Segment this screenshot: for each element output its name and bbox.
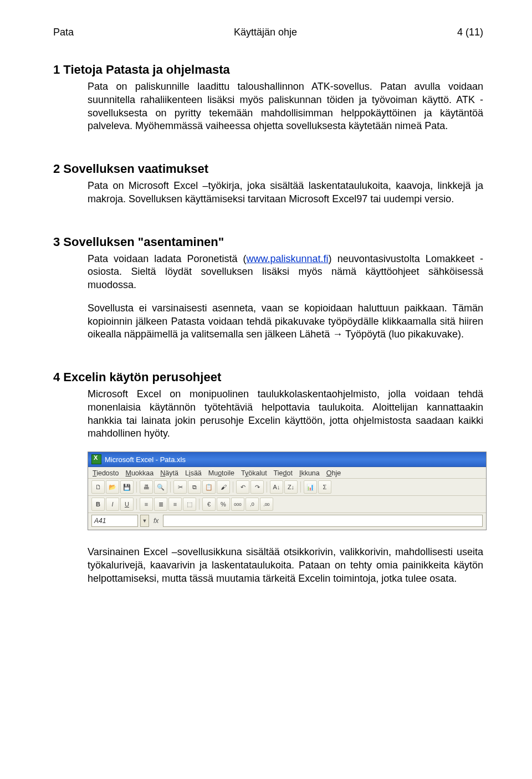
cut-icon[interactable]: ✂ xyxy=(173,480,187,494)
paste-icon[interactable]: 📋 xyxy=(202,480,216,494)
toolbar-separator xyxy=(300,481,301,493)
excel-formula-bar: A41 ▼ fx xyxy=(88,513,486,530)
header-left: Pata xyxy=(53,27,74,38)
section-3-body: Pata voidaan ladata Poronetistä (www.pal… xyxy=(88,253,483,342)
excel-titlebar: Microsoft Excel - Pata.xls xyxy=(88,452,486,467)
menu-edit[interactable]: Muokkaa xyxy=(125,469,154,477)
sort-asc-icon[interactable]: A↓ xyxy=(270,480,283,494)
formula-input[interactable] xyxy=(163,515,483,527)
align-left-icon[interactable]: ≡ xyxy=(140,498,153,511)
section-4-para-2: Varsinainen Excel –sovellusikkuna sisält… xyxy=(88,546,483,584)
menu-file[interactable]: Tiedosto xyxy=(93,469,119,477)
section-3-para-1: Pata voidaan ladata Poronetistä (www.pal… xyxy=(88,253,483,292)
fx-icon[interactable]: fx xyxy=(151,517,161,525)
section-4-body-after-image: Varsinainen Excel –sovellusikkuna sisält… xyxy=(88,546,483,585)
copy-icon[interactable]: ⧉ xyxy=(188,480,201,494)
name-box[interactable]: A41 xyxy=(91,515,138,527)
autosum-icon[interactable]: Σ xyxy=(318,480,331,494)
toolbar-separator xyxy=(233,481,233,493)
section-2-para-1: Pata on Microsoft Excel –työkirja, joka … xyxy=(88,180,483,204)
menu-view[interactable]: Näytä xyxy=(160,469,178,477)
section-2-body: Pata on Microsoft Excel –työkirja, joka … xyxy=(88,180,483,206)
underline-icon[interactable]: U xyxy=(120,498,134,511)
section-4-para-1: Microsoft Excel on monipuolinen taulukko… xyxy=(88,388,483,439)
save-icon[interactable]: 💾 xyxy=(120,480,134,494)
sort-desc-icon[interactable]: Z↓ xyxy=(284,480,298,494)
increase-decimal-icon[interactable]: ,0 xyxy=(245,498,259,511)
toolbar-separator xyxy=(136,481,137,493)
undo-icon[interactable]: ↶ xyxy=(236,480,249,494)
menu-help[interactable]: Ohje xyxy=(326,469,341,477)
toolbar-separator xyxy=(267,481,267,493)
excel-app-icon xyxy=(91,454,101,464)
menu-insert[interactable]: Lisää xyxy=(185,469,202,477)
section-1-heading: 1 Tietoja Patasta ja ohjelmasta xyxy=(53,63,483,77)
section-4-body-before-image: Microsoft Excel on monipuolinen taulukko… xyxy=(88,388,483,440)
section-3-para-2: Sovellusta ei varsinaisesti asenneta, va… xyxy=(88,302,483,341)
section-3-heading: 3 Sovelluksen "asentaminen" xyxy=(53,235,483,249)
toolbar-separator xyxy=(170,481,171,493)
menu-format[interactable]: Muotoile xyxy=(208,469,234,477)
page-header: Pata Käyttäjän ohje 4 (11) xyxy=(53,27,483,38)
header-right: 4 (11) xyxy=(457,27,483,38)
currency-icon[interactable]: € xyxy=(202,498,216,511)
section-1-para-1: Pata on paliskunnille laadittu taloushal… xyxy=(88,81,483,131)
chart-icon[interactable]: 📊 xyxy=(304,480,317,494)
align-center-icon[interactable]: ≣ xyxy=(154,498,167,511)
excel-screenshot: Microsoft Excel - Pata.xls Tiedosto Muok… xyxy=(88,452,487,530)
section-4-heading: 4 Excelin käytön perusohjeet xyxy=(53,370,483,385)
header-center: Käyttäjän ohje xyxy=(74,27,457,38)
new-icon[interactable]: 🗋 xyxy=(91,480,105,494)
excel-title-text: Microsoft Excel - Pata.xls xyxy=(105,455,186,464)
open-icon[interactable]: 📂 xyxy=(106,480,119,494)
excel-standard-toolbar: 🗋 📂 💾 🖶 🔍 ✂ ⧉ 📋 🖌 ↶ ↷ A↓ Z↓ 📊 Σ xyxy=(88,479,486,496)
paliskunnat-link[interactable]: www.paliskunnat.fi xyxy=(247,253,329,264)
redo-icon[interactable]: ↷ xyxy=(250,480,264,494)
percent-icon[interactable]: % xyxy=(217,498,230,511)
excel-formatting-toolbar: B I U ≡ ≣ ≡ ⬚ € % 000 ,0 ,00 xyxy=(88,496,486,513)
toolbar-separator xyxy=(136,499,137,510)
align-right-icon[interactable]: ≡ xyxy=(168,498,182,511)
bold-icon[interactable]: B xyxy=(91,498,105,511)
name-box-dropdown-icon[interactable]: ▼ xyxy=(140,515,149,527)
menu-data[interactable]: Tiedot xyxy=(274,469,293,477)
decrease-decimal-icon[interactable]: ,00 xyxy=(260,498,273,511)
format-painter-icon[interactable]: 🖌 xyxy=(217,480,230,494)
section-1-body: Pata on paliskunnille laadittu taloushal… xyxy=(88,80,483,133)
preview-icon[interactable]: 🔍 xyxy=(154,480,167,494)
comma-style-icon[interactable]: 000 xyxy=(231,498,244,511)
italic-icon[interactable]: I xyxy=(106,498,119,511)
menu-window[interactable]: Ikkuna xyxy=(299,469,320,477)
merge-cells-icon[interactable]: ⬚ xyxy=(183,498,196,511)
toolbar-separator xyxy=(199,499,200,510)
section-2-heading: 2 Sovelluksen vaatimukset xyxy=(53,162,483,176)
excel-menubar: Tiedosto Muokkaa Näytä Lisää Muotoile Ty… xyxy=(88,467,486,479)
section-3-text-before-link: Pata voidaan ladata Poronetistä ( xyxy=(88,253,247,264)
document-page: Pata Käyttäjän ohje 4 (11) 1 Tietoja Pat… xyxy=(0,0,532,618)
print-icon[interactable]: 🖶 xyxy=(140,480,153,494)
menu-tools[interactable]: Työkalut xyxy=(241,469,267,477)
